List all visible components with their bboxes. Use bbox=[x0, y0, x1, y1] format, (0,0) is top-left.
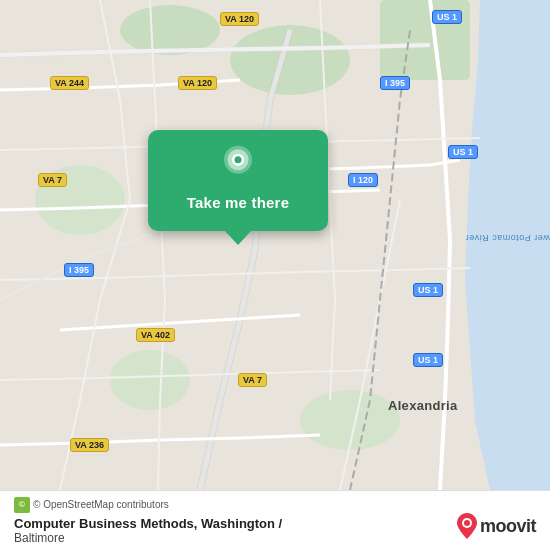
map-popup[interactable]: Take me there bbox=[148, 130, 328, 231]
map-svg bbox=[0, 0, 550, 490]
location-pin-icon bbox=[217, 144, 259, 186]
route-label-i120: I 120 bbox=[348, 173, 378, 187]
osm-credit: © OpenStreetMap contributors bbox=[33, 499, 536, 510]
route-label-i395-top: I 395 bbox=[380, 76, 410, 90]
route-label-us1-mid: US 1 bbox=[448, 145, 478, 159]
route-label-us1-top: US 1 bbox=[432, 10, 462, 24]
route-label-va236: VA 236 bbox=[70, 438, 109, 452]
route-label-va244: VA 244 bbox=[50, 76, 89, 90]
osm-logo: © bbox=[14, 497, 30, 513]
route-label-us1-bottom: US 1 bbox=[413, 353, 443, 367]
moovit-brand-text: moovit bbox=[480, 516, 536, 537]
route-label-va120-top: VA 120 bbox=[220, 12, 259, 26]
route-label-va7-bottom: VA 7 bbox=[238, 373, 267, 387]
route-label-va402: VA 402 bbox=[136, 328, 175, 342]
route-label-i395-mid: I 395 bbox=[64, 263, 94, 277]
bottom-bar: © © OpenStreetMap contributors Computer … bbox=[0, 490, 550, 550]
river-label: Lower Potomac River bbox=[465, 233, 550, 243]
map-container: VA 120 US 1 VA 244 VA 120 I 395 US 1 VA … bbox=[0, 0, 550, 490]
moovit-pin-icon bbox=[456, 512, 478, 540]
svg-point-10 bbox=[235, 156, 242, 163]
city-label-alexandria: Alexandria bbox=[388, 398, 457, 413]
svg-point-5 bbox=[110, 350, 190, 410]
route-label-us1-lower: US 1 bbox=[413, 283, 443, 297]
moovit-logo: moovit bbox=[456, 512, 536, 540]
svg-point-12 bbox=[464, 520, 470, 526]
route-label-va7-left: VA 7 bbox=[38, 173, 67, 187]
route-label-va120-mid: VA 120 bbox=[178, 76, 217, 90]
take-me-there-button[interactable]: Take me there bbox=[187, 194, 289, 211]
